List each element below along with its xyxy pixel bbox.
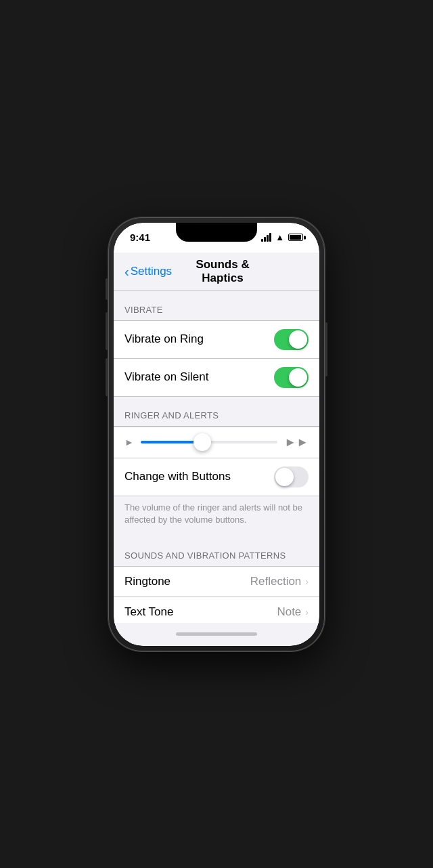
ringtone-value: Reflection — [250, 575, 302, 588]
sounds-section-header: SOUNDS AND VIBRATION PATTERNS — [114, 537, 319, 566]
vibrate-on-silent-label: Vibrate on Silent — [124, 370, 208, 384]
volume-slider-track[interactable] — [141, 441, 278, 443]
power-button — [325, 322, 327, 376]
chevron-right-icon: › — [305, 607, 309, 617]
back-label: Settings — [131, 265, 172, 278]
page-title: Sounds & Haptics — [177, 258, 268, 285]
volume-slider-row: ► ►► — [114, 427, 319, 458]
battery-icon — [288, 234, 303, 241]
content-area: VIBRATE Vibrate on Ring Vibrate on Silen… — [114, 291, 319, 623]
volume-down-button — [106, 358, 108, 396]
notch — [176, 223, 257, 242]
toggle-knob — [275, 468, 294, 486]
ringtone-label: Ringtone — [124, 575, 170, 588]
ringer-list-group: ► ►► Change with Buttons — [114, 426, 319, 496]
ringer-description: The volume of the ringer and alerts will… — [114, 496, 319, 537]
vibrate-on-ring-toggle[interactable] — [274, 329, 309, 350]
change-with-buttons-item: Change with Buttons — [114, 458, 319, 496]
vibrate-section-header: VIBRATE — [114, 291, 319, 320]
vibrate-on-silent-item: Vibrate on Silent — [114, 359, 319, 396]
signal-icon — [261, 233, 271, 242]
vibrate-on-silent-toggle[interactable] — [274, 367, 309, 388]
text-tone-item[interactable]: Text Tone Note › — [114, 597, 319, 623]
ringtone-value-container: Reflection › — [250, 575, 309, 588]
phone-frame: 9:41 ▲ ‹ Set — [108, 217, 325, 651]
change-with-buttons-toggle[interactable] — [274, 466, 309, 487]
wifi-icon: ▲ — [275, 232, 284, 242]
back-button[interactable]: ‹ Settings — [119, 262, 177, 281]
navigation-bar: ‹ Settings Sounds & Haptics — [114, 253, 319, 291]
slider-thumb[interactable] — [193, 433, 211, 451]
text-tone-value-container: Note › — [277, 605, 309, 619]
status-icons: ▲ — [261, 232, 303, 242]
volume-up-button — [106, 312, 108, 350]
vibrate-on-ring-label: Vibrate on Ring — [124, 332, 204, 346]
ringtone-item[interactable]: Ringtone Reflection › — [114, 567, 319, 597]
text-tone-label: Text Tone — [124, 605, 173, 619]
chevron-right-icon: › — [305, 576, 309, 587]
volume-high-icon: ►► — [284, 435, 309, 450]
status-bar: 9:41 ▲ — [114, 223, 319, 253]
vibrate-on-ring-item: Vibrate on Ring — [114, 321, 319, 359]
toggle-knob — [289, 368, 307, 387]
volume-low-icon: ► — [124, 437, 134, 448]
phone-screen: 9:41 ▲ ‹ Set — [114, 223, 319, 646]
home-bar — [176, 632, 257, 636]
status-time: 9:41 — [130, 232, 150, 243]
vibrate-list-group: Vibrate on Ring Vibrate on Silent — [114, 320, 319, 397]
silent-switch — [106, 278, 108, 300]
ringer-section-header: RINGER AND ALERTS — [114, 397, 319, 426]
change-with-buttons-label: Change with Buttons — [124, 470, 231, 483]
toggle-knob — [289, 330, 307, 349]
chevron-left-icon: ‹ — [124, 265, 129, 278]
sounds-list-group: Ringtone Reflection › Text Tone Note › — [114, 566, 319, 623]
home-indicator — [114, 623, 319, 646]
ios-screen: 9:41 ▲ ‹ Set — [114, 223, 319, 646]
text-tone-value: Note — [277, 605, 301, 619]
